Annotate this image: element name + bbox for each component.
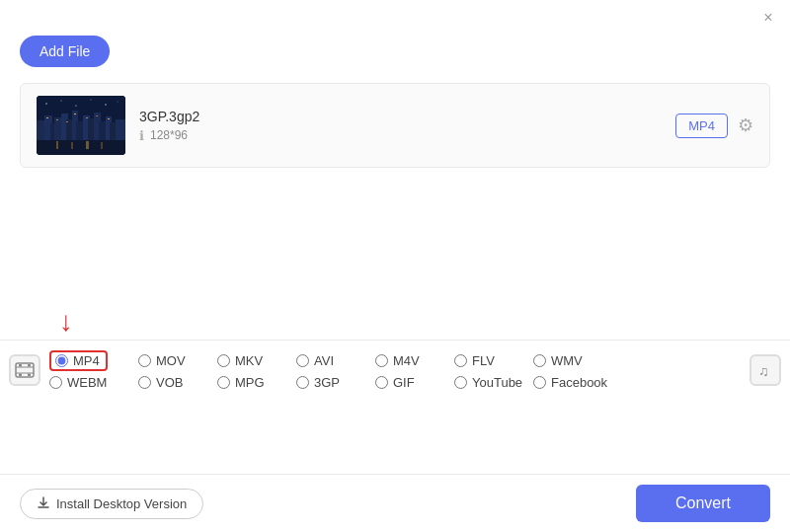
- format-radio-m4v[interactable]: [375, 354, 388, 367]
- download-icon: [37, 496, 50, 510]
- close-button[interactable]: ×: [758, 8, 778, 28]
- format-label-flv: FLV: [472, 353, 495, 368]
- arrow-down-icon: ↓: [59, 308, 73, 336]
- format-label-webm: WEBM: [67, 375, 107, 390]
- format-label-wmv: WMV: [551, 353, 583, 368]
- file-name: 3GP.3gp2: [139, 109, 662, 124]
- svg-rect-28: [46, 117, 48, 118]
- format-radio-mp4[interactable]: [55, 354, 68, 367]
- formats-row-2: WEBM VOB MPG 3GP GIF YouTube: [49, 375, 741, 390]
- main-content: Add File: [0, 36, 790, 168]
- format-radio-mkv[interactable]: [217, 354, 230, 367]
- format-label-3gp: 3GP: [314, 375, 340, 390]
- format-radio-mpg[interactable]: [217, 376, 230, 389]
- svg-rect-27: [101, 142, 103, 149]
- svg-rect-31: [74, 114, 76, 114]
- format-option-webm[interactable]: WEBM: [49, 375, 138, 390]
- svg-rect-29: [56, 119, 58, 120]
- format-option-avi[interactable]: AVI: [296, 353, 375, 368]
- svg-rect-35: [16, 363, 34, 377]
- svg-rect-39: [28, 364, 31, 367]
- svg-rect-38: [19, 364, 22, 367]
- format-radio-wmv[interactable]: [533, 354, 546, 367]
- format-radio-flv[interactable]: [454, 354, 467, 367]
- format-option-flv[interactable]: FLV: [454, 353, 533, 368]
- file-actions: MP4 ⚙: [675, 114, 753, 138]
- svg-rect-34: [108, 118, 110, 119]
- svg-rect-41: [28, 374, 31, 377]
- format-label-mpg: MPG: [235, 375, 265, 390]
- arrow-area: ↓: [0, 308, 790, 336]
- format-option-m4v[interactable]: M4V: [375, 353, 454, 368]
- format-option-gif[interactable]: GIF: [375, 375, 454, 390]
- format-label-vob: VOB: [156, 375, 183, 390]
- svg-point-7: [118, 102, 118, 103]
- install-label: Install Desktop Version: [56, 496, 187, 511]
- file-meta: ℹ 128*96: [139, 128, 662, 143]
- format-option-facebook[interactable]: Facebook: [533, 375, 612, 390]
- format-badge[interactable]: MP4: [675, 114, 728, 138]
- video-tab-icon[interactable]: [0, 354, 49, 386]
- svg-rect-40: [19, 374, 22, 377]
- format-option-mpg[interactable]: MPG: [217, 375, 296, 390]
- title-bar: ×: [0, 0, 790, 36]
- format-label-mkv: MKV: [235, 353, 263, 368]
- svg-rect-32: [86, 117, 88, 118]
- format-radio-webm[interactable]: [49, 376, 62, 389]
- svg-point-2: [45, 103, 46, 104]
- format-option-mov[interactable]: MOV: [138, 353, 217, 368]
- format-radio-vob[interactable]: [138, 376, 151, 389]
- svg-point-4: [75, 105, 76, 106]
- format-radio-avi[interactable]: [296, 354, 309, 367]
- format-label-mov: MOV: [156, 353, 186, 368]
- settings-icon[interactable]: ⚙: [738, 114, 753, 136]
- file-item: 3GP.3gp2 ℹ 128*96 MP4 ⚙: [20, 83, 770, 168]
- mp4-selected-box: MP4: [49, 350, 108, 371]
- svg-rect-25: [71, 142, 73, 149]
- formats-grid: MP4 MOV MKV AVI M4V FLV: [49, 350, 741, 390]
- format-option-wmv[interactable]: WMV: [533, 353, 612, 368]
- empty-area: [0, 180, 790, 308]
- file-info: 3GP.3gp2 ℹ 128*96: [139, 109, 662, 143]
- format-radio-3gp[interactable]: [296, 376, 309, 389]
- music-tab-icon[interactable]: ♫: [741, 354, 790, 386]
- format-option-youtube[interactable]: YouTube: [454, 375, 533, 390]
- format-option-mp4[interactable]: MP4: [49, 350, 138, 371]
- format-label-facebook: Facebook: [551, 375, 607, 390]
- svg-text:♫: ♫: [758, 363, 769, 379]
- svg-point-6: [105, 104, 106, 105]
- add-file-button[interactable]: Add File: [20, 36, 110, 67]
- convert-button[interactable]: Convert: [636, 485, 770, 522]
- format-label-youtube: YouTube: [472, 375, 522, 390]
- music-icon: ♫: [750, 354, 781, 386]
- install-desktop-button[interactable]: Install Desktop Version: [20, 489, 203, 519]
- svg-point-5: [91, 100, 92, 101]
- svg-rect-22: [116, 119, 125, 140]
- format-label-mp4: MP4: [73, 353, 100, 368]
- info-icon: ℹ: [139, 128, 144, 143]
- format-label-gif: GIF: [393, 375, 415, 390]
- format-option-3gp[interactable]: 3GP: [296, 375, 375, 390]
- svg-rect-24: [56, 141, 58, 149]
- format-label-m4v: M4V: [393, 353, 420, 368]
- format-label-avi: AVI: [314, 353, 334, 368]
- formats-row-1: MP4 MOV MKV AVI M4V FLV: [49, 350, 741, 371]
- bottom-bar: Install Desktop Version Convert: [0, 474, 790, 532]
- film-icon: [9, 354, 40, 386]
- file-thumbnail: [37, 96, 125, 155]
- format-bar: MP4 MOV MKV AVI M4V FLV: [0, 340, 790, 396]
- svg-rect-23: [37, 140, 125, 155]
- svg-point-3: [61, 101, 62, 102]
- format-radio-youtube[interactable]: [454, 376, 467, 389]
- format-radio-facebook[interactable]: [533, 376, 546, 389]
- svg-rect-30: [66, 121, 68, 122]
- format-option-vob[interactable]: VOB: [138, 375, 217, 390]
- format-option-mkv[interactable]: MKV: [217, 353, 296, 368]
- format-radio-gif[interactable]: [375, 376, 388, 389]
- format-radio-mov[interactable]: [138, 354, 151, 367]
- svg-rect-33: [96, 115, 98, 116]
- file-dimensions: 128*96: [150, 128, 188, 142]
- svg-rect-26: [86, 141, 89, 149]
